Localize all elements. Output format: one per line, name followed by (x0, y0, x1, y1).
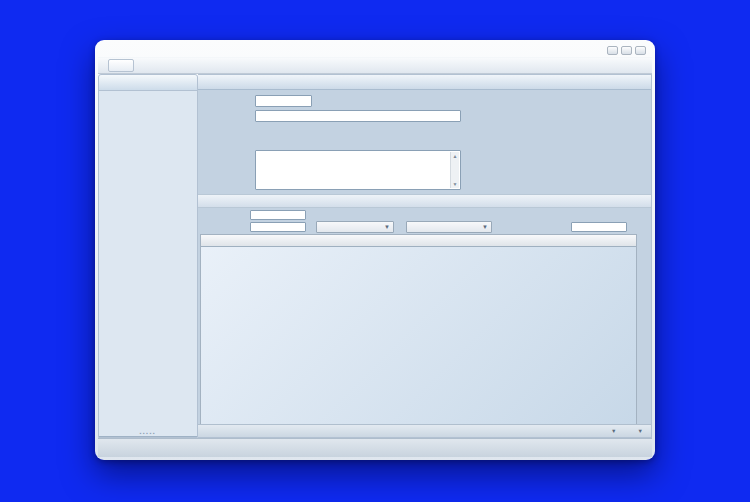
informacion-menu[interactable]: ▼ (621, 428, 643, 434)
chevron-down-icon: ▼ (638, 428, 643, 434)
nombre-field[interactable] (255, 110, 461, 122)
operaciones-menu[interactable]: ▼ (594, 428, 616, 434)
stock-table (200, 234, 637, 424)
status-bar: ▼ ▼ (198, 424, 651, 437)
close-button[interactable] (635, 46, 646, 55)
main-panel: ▲▼ ▼ (198, 74, 652, 438)
referencia-input[interactable] (250, 222, 306, 232)
stock-filters: ▼ ▼ (198, 208, 651, 234)
app-window: ▪▪▪▪▪ ▲▼ (95, 40, 655, 460)
detail-form: ▲▼ (198, 90, 651, 194)
sidebar: ▪▪▪▪▪ (98, 74, 198, 438)
sidebar-header[interactable] (99, 75, 197, 91)
marca-select[interactable]: ▼ (316, 221, 394, 233)
minimize-button[interactable] (607, 46, 618, 55)
chevron-down-icon: ▼ (384, 224, 390, 230)
table-empty-area (201, 247, 636, 424)
stock-table-header (201, 235, 636, 247)
window-controls (607, 46, 646, 55)
total-valoracion-value (571, 222, 627, 232)
menu-bar (98, 43, 652, 57)
codigo-field[interactable] (255, 95, 312, 107)
stock-section-header (198, 194, 651, 208)
cod-interno-input[interactable] (250, 210, 306, 220)
bottom-tab-bar (98, 438, 652, 457)
restore-button[interactable] (621, 46, 632, 55)
panel-header (198, 75, 651, 90)
chevron-down-icon: ▼ (482, 224, 488, 230)
mostrar-select[interactable]: ▼ (406, 221, 492, 233)
observaciones-field[interactable]: ▲▼ (255, 150, 461, 190)
modules-button[interactable] (108, 59, 134, 72)
scrollbar[interactable]: ▲▼ (450, 152, 459, 188)
toolbar (98, 57, 652, 74)
chevron-down-icon: ▼ (611, 428, 616, 434)
